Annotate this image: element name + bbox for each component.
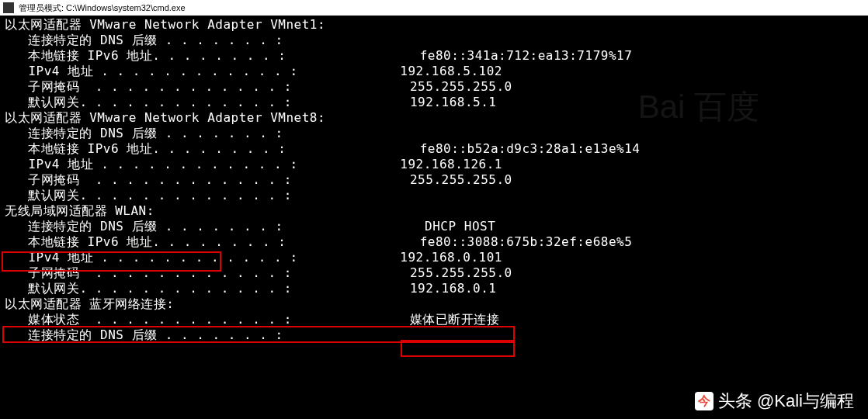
adapter-field: 连接特定的 DNS 后缀 . . . . . . . : — [5, 327, 863, 343]
adapter-field: 默认网关. . . . . . . . . . . . . : 192.168.… — [5, 95, 863, 110]
adapter-field: 连接特定的 DNS 后缀 . . . . . . . : DHCP HOST — [5, 219, 863, 234]
adapter-field: 连接特定的 DNS 后缀 . . . . . . . : — [5, 126, 863, 141]
adapter-header: 无线局域网适配器 WLAN: — [5, 203, 863, 219]
adapter-field: 默认网关. . . . . . . . . . . . . : 192.168.… — [5, 281, 863, 296]
cmd-icon — [3, 2, 14, 13]
watermark: 今 头条 @Kali与编程 — [695, 390, 854, 413]
adapter-field: 默认网关. . . . . . . . . . . . . : — [5, 188, 863, 203]
adapter-field: 子网掩码 . . . . . . . . . . . . : 255.255.2… — [5, 79, 863, 95]
toutiao-icon: 今 — [695, 392, 713, 410]
adapter-header: 以太网适配器 蓝牙网络连接: — [5, 296, 863, 312]
adapter-field: 连接特定的 DNS 后缀 . . . . . . . : — [5, 33, 863, 48]
adapter-field: 本地链接 IPv6 地址. . . . . . . . : fe80::3088… — [5, 234, 863, 250]
adapter-field: 本地链接 IPv6 地址. . . . . . . . : fe80::b52a… — [5, 141, 863, 157]
adapter-header: 以太网适配器 VMware Network Adapter VMnet1: — [5, 17, 863, 33]
adapter-field: 本地链接 IPv6 地址. . . . . . . . : fe80::341a… — [5, 48, 863, 64]
adapter-field: 子网掩码 . . . . . . . . . . . . : 255.255.2… — [5, 265, 863, 281]
terminal-output: 以太网适配器 VMware Network Adapter VMnet1: 连接… — [0, 16, 868, 345]
adapter-field: 媒体状态 . . . . . . . . . . . . : 媒体已断开连接 — [5, 312, 863, 327]
adapter-field: 子网掩码 . . . . . . . . . . . . : 255.255.2… — [5, 172, 863, 188]
adapter-header: 以太网适配器 VMware Network Adapter VMnet8: — [5, 110, 863, 126]
adapter-field: IPv4 地址 . . . . . . . . . . . . : 192.16… — [5, 250, 863, 265]
title-bar: 管理员模式: C:\Windows\system32\cmd.exe — [0, 0, 868, 16]
title-text: 管理员模式: C:\Windows\system32\cmd.exe — [19, 2, 186, 14]
adapter-field: IPv4 地址 . . . . . . . . . . . . : 192.16… — [5, 157, 863, 172]
watermark-text: 头条 @Kali与编程 — [718, 390, 854, 413]
adapter-field: IPv4 地址 . . . . . . . . . . . . : 192.16… — [5, 64, 863, 79]
